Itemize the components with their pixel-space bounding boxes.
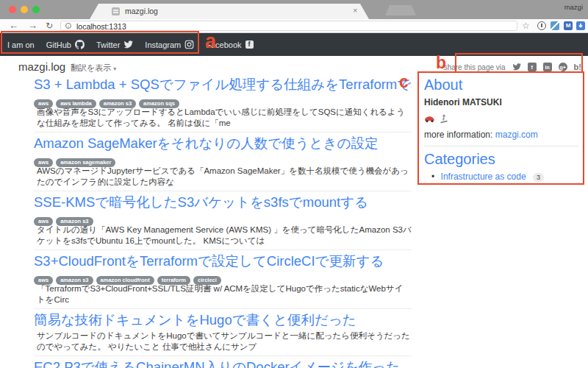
twitter-icon	[123, 40, 133, 49]
share-hatena-icon[interactable]: b!	[574, 63, 581, 71]
address-bar[interactable]: i localhost:1313	[60, 21, 517, 31]
extension-circle-icon[interactable]	[537, 21, 546, 30]
social-intro-text: I am on	[7, 40, 35, 49]
tag-row: awsamazon s3amazon cloudfrontterraformci…	[34, 272, 412, 280]
post-excerpt: 「TerraformでS3+CloudFront+SSL/TLS証明書 w/ A…	[34, 283, 412, 305]
sidebar: About Hidenori MATSUKI more information:…	[424, 77, 578, 182]
extension-m-icon[interactable]: M	[564, 21, 573, 30]
more-information: more information: mazgi.com	[424, 130, 578, 140]
share-facebook-icon[interactable]: f	[528, 63, 537, 71]
post-item: EC2 P3で使えるChainerMN入りのDockerイメージを作った son…	[34, 360, 412, 368]
page-viewport: I am on GitHub Twitter Instagram Faceboo…	[0, 33, 588, 368]
chrome-menu-icon[interactable]: ⋮	[585, 20, 588, 30]
bookmark-star-icon[interactable]: ☆	[522, 21, 530, 31]
facebook-link-label: Facebook	[206, 40, 241, 49]
post-title-link[interactable]: SSE-KMSで暗号化したS3バケットをs3fsでmountする	[34, 195, 412, 210]
site-social-header: I am on GitHub Twitter Instagram Faceboo…	[0, 33, 588, 56]
browser-tab[interactable]: mazgi.log ×	[90, 4, 369, 19]
bullet-icon: •	[431, 171, 434, 182]
facebook-icon: f	[245, 40, 254, 49]
chevron-down-icon: ▾	[113, 66, 116, 72]
github-link[interactable]: GitHub	[46, 40, 85, 49]
more-info-label: more information:	[424, 130, 492, 140]
share-row: share this page via f in g+ b!	[444, 63, 581, 71]
instagram-link[interactable]: Instagram	[145, 40, 194, 49]
share-twitter-icon[interactable]	[512, 63, 521, 71]
zoom-window-button[interactable]	[32, 6, 40, 13]
masthead: mazgi.log 翻訳を表示 ▾ share this page via f …	[0, 56, 588, 77]
post-title-link[interactable]: S3+CloudFrontをTerraformで設定してCircleCIで更新す…	[34, 254, 412, 269]
forward-icon[interactable]: →	[28, 20, 37, 31]
extension-swipe-icon[interactable]	[551, 21, 559, 30]
browser-window: mazgi.log × mazgi ← → ↻ i localhost:1313…	[0, 0, 588, 368]
close-window-button[interactable]	[9, 6, 16, 13]
sidebar-divider	[424, 146, 578, 146]
tab-strip: mazgi.log × mazgi	[0, 0, 588, 19]
share-googleplus-icon[interactable]: g+	[559, 63, 567, 71]
instagram-link-label: Instagram	[145, 40, 181, 49]
tag-row: awsaws lambdaamazon s3amazon sqs	[34, 95, 412, 104]
car-emoji-icon	[424, 115, 435, 123]
browser-toolbar: ← → ↻ i localhost:1313 ☆ M ⋮	[0, 19, 588, 33]
page-info-icon[interactable]: i	[65, 23, 71, 29]
minimize-window-button[interactable]	[21, 6, 28, 13]
category-count-badge: 3	[533, 173, 544, 182]
post-item: SSE-KMSで暗号化したS3バケットをs3fsでmountする awsamaz…	[34, 195, 412, 250]
post-title-link[interactable]: Amazon SageMakerをそれなりの人数で使うときの設定	[34, 136, 412, 151]
categories-heading: Categories	[424, 151, 578, 167]
twitter-link-label: Twitter	[96, 40, 120, 49]
back-icon[interactable]: ←	[9, 20, 18, 31]
translate-toggle[interactable]: 翻訳を表示 ▾	[71, 63, 116, 74]
author-name: Hidenori MATSUKI	[424, 97, 578, 107]
category-link[interactable]: Infrastructure as code	[441, 171, 526, 182]
post-excerpt: 画像や音声をS3にアップロードするとLambdaでいい感じに前処理をしてSQSに…	[34, 107, 412, 129]
instagram-icon	[184, 40, 194, 49]
tag-row: awsamazon s3	[34, 213, 412, 222]
tab-favicon-icon	[112, 7, 120, 15]
tag-row: awsamazon sagemaker	[34, 154, 412, 163]
post-item: Amazon SageMakerをそれなりの人数で使うときの設定 awsamaz…	[34, 136, 412, 191]
facebook-link[interactable]: Facebook f	[206, 40, 253, 49]
post-excerpt: タイトルの通り「AWS Key Management Service (AWS …	[34, 224, 412, 247]
post-excerpt: AWSのマネージドJupyterサービスである「Amazon SageMaker…	[34, 166, 412, 188]
new-tab-button[interactable]	[385, 5, 416, 15]
share-linkedin-icon[interactable]: in	[543, 63, 552, 71]
reload-icon[interactable]: ↻	[46, 21, 53, 31]
post-list: S3 + Lambda + SQSでファイル処理する仕組みをTerraformで…	[34, 77, 412, 368]
snowboarder-emoji-icon	[440, 114, 448, 124]
post-title-link[interactable]: EC2 P3で使えるChainerMN入りのDockerイメージを作った	[34, 360, 412, 368]
site-title-link[interactable]: mazgi.log	[18, 60, 65, 73]
twitter-link[interactable]: Twitter	[96, 40, 133, 49]
extension-download-icon[interactable]	[576, 21, 585, 30]
post-title-link[interactable]: 簡易な技術ドキュメントをHugoで書くと便利だった	[34, 313, 412, 328]
website-link[interactable]: mazgi.com	[495, 130, 538, 140]
post-item: S3+CloudFrontをTerraformで設定してCircleCIで更新す…	[34, 254, 412, 309]
url-text[interactable]: localhost:1313	[76, 22, 126, 31]
github-icon	[75, 40, 85, 49]
chrome-profile-name[interactable]: mazgi	[564, 3, 583, 11]
github-link-label: GitHub	[46, 40, 71, 49]
post-item: 簡易な技術ドキュメントをHugoで書くと便利だった サンプルコードのドキュメント…	[34, 313, 412, 356]
tab-close-icon[interactable]: ×	[353, 6, 357, 15]
post-item: S3 + Lambda + SQSでファイル処理する仕組みをTerraformで…	[34, 77, 412, 132]
share-label: share this page via	[444, 63, 506, 71]
author-emoji-row	[424, 113, 578, 124]
translate-label: 翻訳を表示	[71, 63, 111, 72]
post-title-link[interactable]: S3 + Lambda + SQSでファイル処理する仕組みをTerraformで…	[34, 77, 412, 92]
category-item: • Infrastructure as code 3	[424, 171, 578, 182]
post-excerpt: サンプルコードのドキュメントをHugoで書いてサンプルコードと一緒に配ったら便利…	[34, 330, 412, 353]
about-heading: About	[424, 77, 578, 93]
tab-title: mazgi.log	[125, 7, 158, 15]
